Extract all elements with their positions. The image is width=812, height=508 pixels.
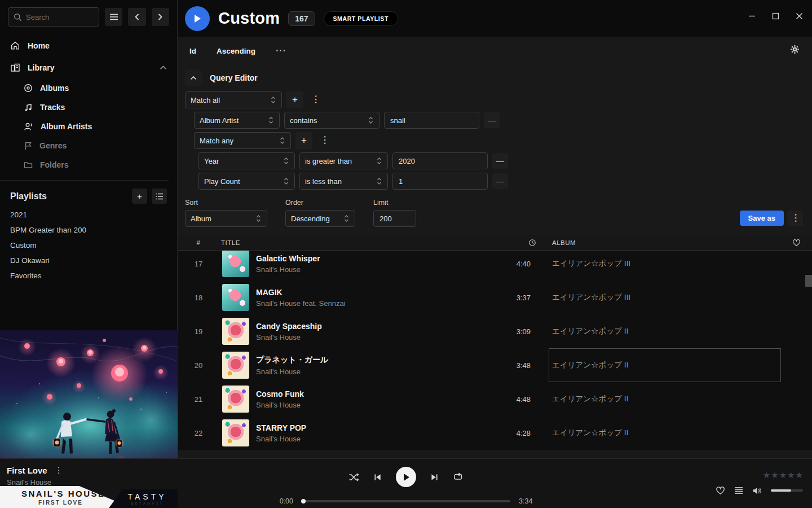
chevron-up-icon[interactable]	[160, 65, 167, 70]
seek-bar[interactable]	[302, 500, 510, 502]
sort-select[interactable]: Album	[185, 210, 267, 227]
playlist-item-custom[interactable]: Custom	[0, 238, 177, 253]
track-album[interactable]: エイリアン☆ポップ II	[549, 382, 781, 416]
now-playing-artist[interactable]: Snail's House	[7, 478, 63, 487]
column-duration[interactable]	[501, 239, 541, 247]
sidebar-item-home[interactable]: Home	[0, 34, 177, 56]
order-select[interactable]: Descending	[285, 210, 355, 227]
more-options-button[interactable]: ···	[276, 46, 286, 56]
track-artist[interactable]: Snail's House	[256, 333, 501, 341]
star-icon[interactable]: ★	[779, 470, 787, 480]
search-input[interactable]	[26, 13, 88, 21]
settings-gear-icon[interactable]	[790, 45, 800, 54]
track-title[interactable]: STARRY POP	[256, 423, 501, 432]
sidebar-item-genres[interactable]: Genres	[0, 136, 177, 155]
sidebar-item-tracks[interactable]: Tracks	[0, 98, 177, 117]
table-row[interactable]: 20 プラネット・ガール Snail's House 3:48 エイリアン☆ポッ…	[178, 348, 812, 382]
track-artist[interactable]: Snail's House	[256, 265, 501, 274]
table-row[interactable]: 21 Cosmo Funk Snail's House 4:48 エイリアン☆ポ…	[178, 382, 812, 416]
seek-handle[interactable]	[301, 499, 306, 503]
track-title[interactable]: Candy Spaceship	[256, 322, 501, 331]
next-track-button[interactable]	[430, 473, 439, 481]
star-icon[interactable]: ★	[771, 470, 778, 480]
track-artist[interactable]: Snail's House	[256, 401, 501, 409]
track-artist[interactable]: Snail's House	[256, 435, 501, 443]
maximize-button[interactable]	[772, 12, 779, 20]
rule-value-input[interactable]	[392, 152, 488, 169]
star-icon[interactable]: ★	[787, 470, 795, 480]
star-icon[interactable]: ★	[763, 470, 770, 480]
limit-input[interactable]	[373, 210, 416, 227]
rule-field-select[interactable]: Year	[198, 152, 295, 169]
track-album[interactable]: エイリアン☆ポップ III	[549, 281, 781, 314]
minimize-button[interactable]	[748, 12, 756, 20]
sidebar-item-albums[interactable]: Albums	[0, 78, 177, 98]
menu-button[interactable]	[105, 8, 122, 26]
sidebar-item-folders[interactable]: Folders	[0, 155, 177, 174]
column-album[interactable]: ALBUM	[549, 239, 781, 246]
remove-rule-button[interactable]: —	[492, 173, 508, 189]
manage-playlists-button[interactable]	[152, 189, 167, 204]
sidebar-item-library[interactable]: Library	[0, 56, 177, 78]
playlist-item-favorites[interactable]: Favorites	[0, 268, 177, 283]
repeat-button[interactable]	[453, 472, 464, 481]
save-as-button[interactable]: Save as	[740, 211, 784, 226]
save-menu-button[interactable]: ···	[787, 211, 803, 226]
star-icon[interactable]: ★	[796, 470, 803, 480]
rule-field-select[interactable]: Album Artist	[194, 112, 280, 129]
track-album-focused-cell[interactable]: エイリアン☆ポップ II	[549, 348, 781, 382]
rule-value-input[interactable]	[384, 112, 479, 129]
add-rule-button[interactable]: +	[295, 132, 312, 149]
volume-slider[interactable]	[771, 489, 803, 492]
remove-rule-button[interactable]: —	[484, 112, 500, 128]
playlist-item-2021[interactable]: 2021	[0, 207, 177, 222]
table-row[interactable]: 22 STARRY POP Snail's House 4:28 エイリアン☆ポ…	[178, 416, 812, 450]
track-album[interactable]: エイリアン☆ポップ II	[549, 416, 781, 450]
rule-group-menu-button[interactable]: ···	[317, 132, 332, 149]
volume-mute-button[interactable]	[752, 487, 762, 495]
match-all-select[interactable]: Match all	[185, 91, 282, 108]
rule-value-input[interactable]	[392, 173, 488, 190]
table-row[interactable]: 19 Candy Spaceship Snail's House 3:09 エイ…	[178, 314, 812, 348]
play-pause-button[interactable]	[396, 467, 416, 487]
rule-operator-select[interactable]: is greater than	[299, 152, 388, 169]
remove-rule-button[interactable]: —	[492, 153, 508, 169]
queue-button[interactable]	[734, 487, 743, 494]
sidebar-item-album-artists[interactable]: Album Artists	[0, 117, 177, 136]
column-favorite[interactable]	[781, 239, 812, 247]
close-button[interactable]	[796, 12, 803, 20]
now-playing-title[interactable]: First Love	[7, 466, 47, 475]
sort-field-button[interactable]: Id	[189, 47, 196, 55]
rule-operator-select[interactable]: is less than	[299, 173, 388, 190]
add-rule-button[interactable]: +	[286, 91, 303, 108]
table-row[interactable]: 18 MAGIK Snail's House feat. Sennzai 3:3…	[178, 281, 812, 314]
back-button[interactable]	[128, 8, 145, 26]
playlist-item-bpm[interactable]: BPM Greater than 200	[0, 222, 177, 238]
previous-track-button[interactable]	[373, 473, 382, 481]
rule-field-select[interactable]: Play Count	[198, 173, 295, 190]
forward-button[interactable]	[152, 8, 169, 26]
track-artist[interactable]: Snail's House	[256, 367, 501, 376]
sort-order-button[interactable]: Ascending	[217, 47, 255, 55]
track-title[interactable]: Cosmo Funk	[256, 389, 501, 398]
track-album[interactable]: エイリアン☆ポップ III	[549, 251, 781, 281]
track-album[interactable]: エイリアン☆ポップ II	[549, 314, 781, 348]
shuffle-button[interactable]	[348, 473, 359, 481]
rating-stars[interactable]: ★ ★ ★ ★ ★	[763, 470, 803, 480]
now-playing-menu-button[interactable]: ···	[54, 466, 62, 475]
favorite-button[interactable]	[716, 486, 725, 495]
match-any-select[interactable]: Match any	[194, 132, 291, 149]
table-row[interactable]: 17 Galactic Whisper Snail's House 4:40 エ…	[178, 251, 812, 281]
scrollbar-thumb[interactable]	[805, 275, 812, 287]
column-number[interactable]: #	[178, 239, 219, 246]
track-title[interactable]: MAGIK	[256, 288, 501, 297]
rule-group-menu-button[interactable]: ···	[308, 91, 323, 108]
rule-operator-select[interactable]: contains	[284, 112, 379, 129]
track-title[interactable]: Galactic Whisper	[256, 254, 501, 263]
play-playlist-button[interactable]	[185, 6, 210, 31]
track-title[interactable]: プラネット・ガール	[256, 355, 501, 365]
playlist-item-dj-okawari[interactable]: DJ Okawari	[0, 253, 177, 268]
search-box[interactable]	[8, 7, 99, 27]
collapse-query-editor-button[interactable]	[185, 69, 202, 86]
track-artist[interactable]: Snail's House feat. Sennzai	[256, 299, 501, 308]
